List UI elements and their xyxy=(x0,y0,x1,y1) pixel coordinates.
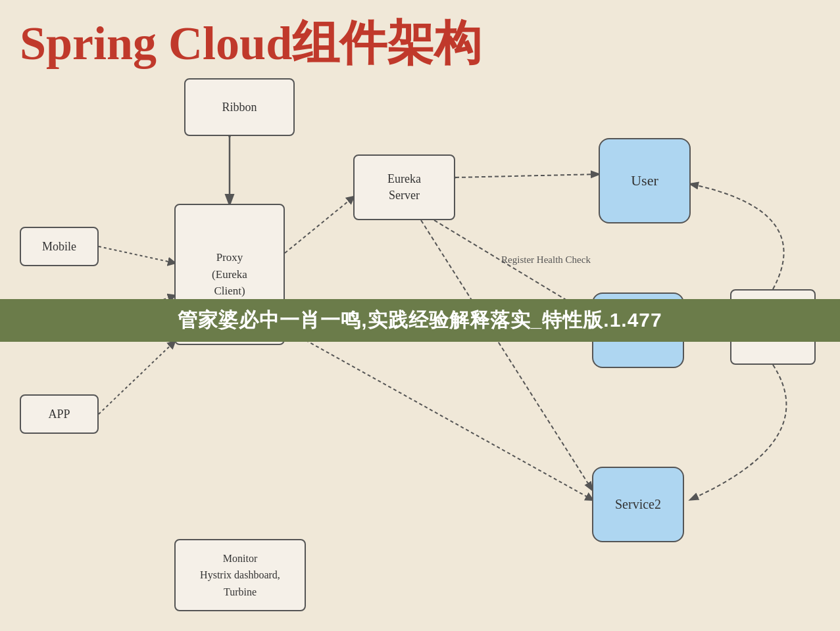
mobile-box: Mobile xyxy=(20,227,99,266)
user-label: User xyxy=(631,172,658,189)
overlay-banner: 管家婆必中一肖一鸣,实践经验解释落实_特性版.1.477 xyxy=(0,299,840,342)
overlay-banner-text: 管家婆必中一肖一鸣,实践经验解释落实_特性版.1.477 xyxy=(178,307,662,334)
svg-line-3 xyxy=(99,246,174,263)
service2-box: Service2 xyxy=(592,467,684,542)
register-health-label: Register Health Check xyxy=(493,253,599,267)
eureka-server-label: EurekaServer xyxy=(387,171,421,204)
mobile-label: Mobile xyxy=(42,240,76,254)
proxy-label: Proxy(EurekaClient) xyxy=(212,249,247,300)
app-box: APP xyxy=(20,394,99,434)
service2-label: Service2 xyxy=(615,497,661,512)
svg-line-7 xyxy=(455,174,599,177)
svg-line-5 xyxy=(99,342,174,414)
user-box: User xyxy=(599,138,691,223)
app-label: APP xyxy=(48,408,70,421)
monitor-label: MonitorHystrix dashboard,Turbine xyxy=(200,550,280,601)
ribbon-label: Ribbon xyxy=(222,101,257,114)
monitor-box: MonitorHystrix dashboard,Turbine xyxy=(174,539,306,611)
svg-line-6 xyxy=(285,197,353,253)
eureka-server-box: EurekaServer xyxy=(353,154,455,220)
ribbon-box: Ribbon xyxy=(184,78,295,136)
svg-line-11 xyxy=(285,329,592,500)
page-title: Spring Cloud组件架构 xyxy=(20,12,482,75)
